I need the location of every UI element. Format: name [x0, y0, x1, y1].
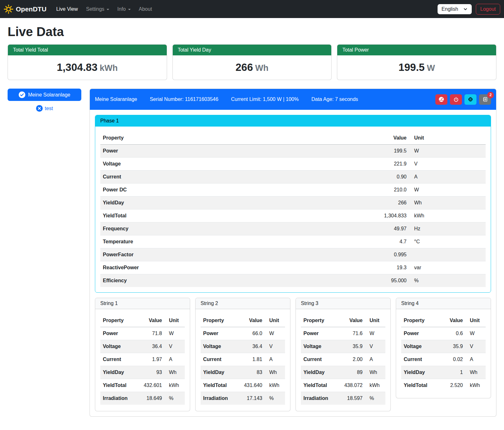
table-row: ReactivePower19.3var [100, 261, 486, 274]
unit-cell: W [409, 184, 486, 196]
table-row: Voltage36.4V [100, 340, 185, 353]
unit-cell: Wh [465, 366, 486, 379]
string-2-card: String 2 PropertyValueUnit Power66.0WVol… [195, 298, 290, 411]
main-row: Meine Solaranlage test Meine Solaranlage… [8, 89, 496, 417]
nav-item-label: Live View [56, 6, 78, 12]
string-1-table: PropertyValueUnit Power71.8WVoltage36.4V… [100, 314, 185, 405]
property-cell: Power DC [100, 184, 368, 196]
string-card-body: PropertyValueUnit Power0.6WVoltage35.9VC… [396, 309, 491, 398]
table-row: Irradiation18.597% [301, 392, 385, 405]
property-cell: Voltage [100, 158, 368, 171]
table-row: YieldTotal431.640kWh [201, 379, 285, 392]
value-cell: 4.7 [368, 235, 409, 248]
table-row: YieldDay93Wh [100, 366, 185, 379]
column-header: Unit [265, 314, 285, 327]
summary-cards-row: Total Yield Total 1,304.83kWh Total Yiel… [8, 44, 496, 80]
nav-item-label: About [139, 6, 152, 12]
string-4-card: String 4 PropertyValueUnit Power0.6WVolt… [396, 298, 491, 398]
unit-cell: W [465, 327, 486, 340]
event-log-button[interactable]: 2 [479, 94, 491, 105]
phase-1-panel: Phase 1 PropertyValueUnit Power199.5WVol… [95, 115, 491, 293]
inverter-body: Phase 1 PropertyValueUnit Power199.5WVol… [90, 110, 496, 416]
table-row: YieldDay1Wh [401, 366, 486, 379]
string-1-card: String 1 PropertyValueUnit Power71.8WVol… [95, 298, 190, 411]
string-card-header: String 2 [196, 298, 290, 309]
table-row: Current0.02A [401, 353, 486, 366]
value-cell: 36.4 [136, 340, 165, 353]
property-cell: Voltage [201, 340, 237, 353]
top-navbar: OpenDTU Live View Settings Info About En… [0, 0, 504, 18]
table-row: Power71.8W [100, 327, 185, 340]
logout-button[interactable]: Logout [476, 4, 500, 15]
string-card-body: PropertyValueUnit Power66.0WVoltage36.4V… [196, 309, 290, 411]
table-row: PowerFactor0.995 [100, 248, 486, 261]
string-card-body: PropertyValueUnit Power71.6WVoltage35.9V… [296, 309, 390, 411]
nav-item-live-view[interactable]: Live View [52, 4, 82, 15]
property-cell: YieldTotal [201, 379, 237, 392]
unit-cell: V [365, 340, 385, 353]
language-select-value: English [442, 6, 458, 12]
brand[interactable]: OpenDTU [4, 4, 47, 14]
column-header: Unit [409, 132, 486, 145]
page-content: Live Data Total Yield Total 1,304.83kWh … [0, 18, 504, 426]
value-cell: 0.02 [440, 353, 465, 366]
value-cell: 0.90 [368, 171, 409, 184]
unit-cell: A [165, 353, 185, 366]
unit-cell: kWh [409, 209, 486, 222]
table-row: Irradiation17.143% [201, 392, 285, 405]
card-header: Total Yield Total [8, 45, 167, 55]
value-cell: 2.00 [337, 353, 365, 366]
language-select[interactable]: English [438, 4, 472, 14]
unit-cell: W [265, 327, 285, 340]
inverter-toolbar: 2 [435, 94, 491, 105]
unit-cell: % [365, 392, 385, 405]
value-cell: 221.9 [368, 158, 409, 171]
inverter-header: Meine Solaranlage Serial Number: 1161716… [90, 89, 496, 110]
page-title: Live Data [8, 25, 496, 39]
property-cell: Power [301, 327, 337, 340]
total-yield-day-card: Total Yield Day 266Wh [172, 44, 332, 80]
unit-cell: kWh [465, 379, 486, 392]
sidebar-item-test[interactable]: test [8, 105, 81, 112]
total-power-card: Total Power 199.5W [337, 44, 496, 80]
value-cell: 89 [337, 366, 365, 379]
string-card-header: String 4 [396, 298, 491, 309]
property-cell: YieldTotal [301, 379, 337, 392]
inverter-limit: Current Limit: 1,500 W | 100% [231, 97, 299, 102]
nav-item-info[interactable]: Info [113, 4, 135, 15]
nav-item-about[interactable]: About [135, 4, 156, 15]
column-header: Value [136, 314, 165, 327]
device-info-button[interactable] [464, 94, 476, 105]
value-cell: 431.640 [237, 379, 265, 392]
unit-cell: °C [409, 235, 486, 248]
property-cell: YieldTotal [100, 379, 136, 392]
table-row: Voltage221.9V [100, 158, 486, 171]
inverter-sidebar: Meine Solaranlage test [8, 89, 81, 112]
value-cell: 438.072 [337, 379, 365, 392]
column-header: Value [368, 132, 409, 145]
nav-item-label: Settings [86, 6, 104, 12]
unit-cell: V [409, 158, 486, 171]
string-4-table: PropertyValueUnit Power0.6WVoltage35.9VC… [401, 314, 486, 392]
property-cell: Current [201, 353, 237, 366]
table-row: YieldTotal2.520kWh [401, 379, 486, 392]
table-row: YieldTotal432.601kWh [100, 379, 185, 392]
value-cell: 2.520 [440, 379, 465, 392]
power-control-button[interactable] [450, 94, 462, 105]
x-circle-icon [36, 105, 43, 112]
property-cell: YieldTotal [100, 209, 368, 222]
unit-cell: Wh [365, 366, 385, 379]
table-row: Voltage35.9V [301, 340, 385, 353]
table-row: Power DC210.0W [100, 184, 486, 196]
chevron-down-icon [463, 7, 468, 11]
limit-settings-button[interactable] [435, 94, 447, 105]
nav-item-settings[interactable]: Settings [82, 4, 113, 15]
value-cell: 17.143 [237, 392, 265, 405]
unit-cell: % [165, 392, 185, 405]
sidebar-item-meine-solaranlage[interactable]: Meine Solaranlage [8, 89, 81, 101]
string-3-table: PropertyValueUnit Power71.6WVoltage35.9V… [301, 314, 385, 405]
column-header: Property [401, 314, 440, 327]
column-header: Unit [165, 314, 185, 327]
table-row: Voltage36.4V [201, 340, 285, 353]
value-cell: 1,304.833 [368, 209, 409, 222]
